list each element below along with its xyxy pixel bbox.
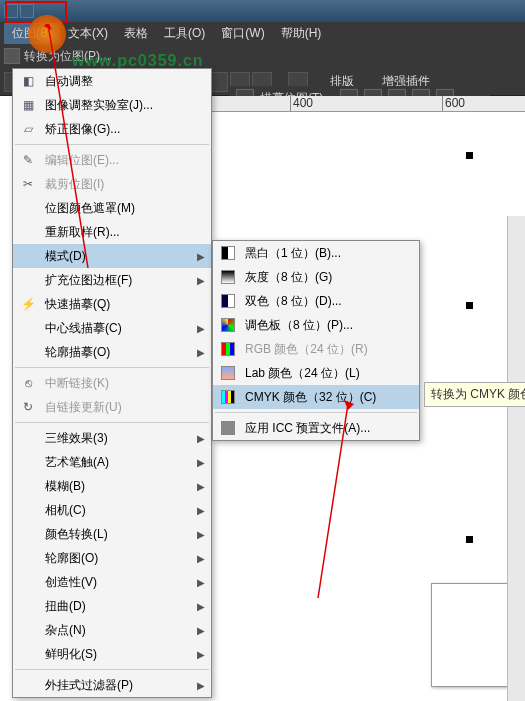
menu-item[interactable]: 模糊(B)▶: [13, 474, 211, 498]
menu-item-label: 快速描摹(Q): [45, 296, 110, 313]
menu-item-label: 编辑位图(E)...: [45, 152, 119, 169]
menu-item[interactable]: 模式(D)▶: [13, 244, 211, 268]
menu-item-label: 三维效果(3): [45, 430, 108, 447]
submenu-item[interactable]: 调色板（8 位）(P)...: [213, 313, 419, 337]
menu-item: ⎋中断链接(K): [13, 371, 211, 395]
menu-item-label: 模式(D): [45, 248, 86, 265]
menu-text[interactable]: 文本(X): [60, 23, 116, 44]
menu-item-label: 模糊(B): [45, 478, 85, 495]
submenu-item-label: CMYK 颜色（32 位）(C): [245, 389, 376, 406]
menu-item[interactable]: 艺术笔触(A)▶: [13, 450, 211, 474]
menu-table[interactable]: 表格: [116, 23, 156, 44]
submenu-item-label: 应用 ICC 预置文件(A)...: [245, 420, 370, 437]
submenu-item-label: 灰度（8 位）(G): [245, 269, 332, 286]
menu-item[interactable]: 轮廓描摹(O)▶: [13, 340, 211, 364]
watermark-logo-icon: [28, 15, 66, 53]
title-bar: [0, 0, 525, 22]
selection-handle[interactable]: [466, 536, 473, 543]
menu-item[interactable]: ⚡快速描摹(Q): [13, 292, 211, 316]
menu-item: ✂裁剪位图(I): [13, 172, 211, 196]
bitmap-menu: ◧自动调整▦图像调整实验室(J)...▱矫正图像(G)...✎编辑位图(E)..…: [12, 68, 212, 698]
menu-item-label: 中心线描摹(C): [45, 320, 122, 337]
menu-item[interactable]: 鲜明化(S)▶: [13, 642, 211, 666]
menu-item[interactable]: ◧自动调整: [13, 69, 211, 93]
menu-item-label: 轮廓描摹(O): [45, 344, 110, 361]
convert-bitmap-icon[interactable]: [4, 48, 20, 64]
menu-item-label: 扩充位图边框(F): [45, 272, 132, 289]
menu-item-label: 重新取样(R)...: [45, 224, 120, 241]
menu-item-label: 鲜明化(S): [45, 646, 97, 663]
selection-handle[interactable]: [466, 302, 473, 309]
menu-tools[interactable]: 工具(O): [156, 23, 213, 44]
submenu-item-label: 调色板（8 位）(P)...: [245, 317, 353, 334]
menu-item-label: 裁剪位图(I): [45, 176, 104, 193]
page-preview: [431, 583, 511, 687]
submenu-item[interactable]: 灰度（8 位）(G): [213, 265, 419, 289]
mode-submenu: 黑白（1 位）(B)...灰度（8 位）(G)双色（8 位）(D)...调色板（…: [212, 240, 420, 441]
submenu-item[interactable]: 黑白（1 位）(B)...: [213, 241, 419, 265]
submenu-item-label: 黑白（1 位）(B)...: [245, 245, 341, 262]
menu-item-label: 外挂式过滤器(P): [45, 677, 133, 694]
submenu-item[interactable]: Lab 颜色（24 位）(L): [213, 361, 419, 385]
tooltip: 转换为 CMYK 颜色: [424, 382, 525, 407]
menu-item[interactable]: 扭曲(D)▶: [13, 594, 211, 618]
menu-item[interactable]: 杂点(N)▶: [13, 618, 211, 642]
menu-bar: 位图(B) 文本(X) 表格 工具(O) 窗口(W) 帮助(H): [0, 22, 525, 44]
menu-help[interactable]: 帮助(H): [273, 23, 330, 44]
menu-item[interactable]: 颜色转换(L)▶: [13, 522, 211, 546]
menu-item-label: 图像调整实验室(J)...: [45, 97, 153, 114]
menu-item[interactable]: 外挂式过滤器(P)▶: [13, 673, 211, 697]
menu-item[interactable]: 位图颜色遮罩(M): [13, 196, 211, 220]
menu-item-label: 杂点(N): [45, 622, 86, 639]
menu-item-label: 扭曲(D): [45, 598, 86, 615]
menu-item-label: 颜色转换(L): [45, 526, 108, 543]
submenu-item[interactable]: 双色（8 位）(D)...: [213, 289, 419, 313]
menu-item-label: 艺术笔触(A): [45, 454, 109, 471]
sys-button[interactable]: [4, 4, 18, 18]
menu-item-label: 中断链接(K): [45, 375, 109, 392]
menu-item-label: 矫正图像(G)...: [45, 121, 120, 138]
menu-item: ↻自链接更新(U): [13, 395, 211, 419]
submenu-item: RGB 颜色（24 位）(R): [213, 337, 419, 361]
menu-item[interactable]: 相机(C)▶: [13, 498, 211, 522]
menu-item[interactable]: 重新取样(R)...: [13, 220, 211, 244]
menu-item[interactable]: ▦图像调整实验室(J)...: [13, 93, 211, 117]
menu-item[interactable]: 创造性(V)▶: [13, 570, 211, 594]
menu-item-label: 创造性(V): [45, 574, 97, 591]
selection-handle[interactable]: [466, 152, 473, 159]
menu-item[interactable]: ▱矫正图像(G)...: [13, 117, 211, 141]
menu-item[interactable]: 扩充位图边框(F)▶: [13, 268, 211, 292]
menu-item-label: 自动调整: [45, 73, 93, 90]
menu-item-label: 相机(C): [45, 502, 86, 519]
menu-item: ✎编辑位图(E)...: [13, 148, 211, 172]
menu-item-label: 轮廓图(O): [45, 550, 98, 567]
menu-item[interactable]: 轮廓图(O)▶: [13, 546, 211, 570]
submenu-item[interactable]: 应用 ICC 预置文件(A)...: [213, 416, 419, 440]
ruler-tick: 600: [442, 96, 465, 111]
menu-item[interactable]: 中心线描摹(C)▶: [13, 316, 211, 340]
ruler-tick: 400: [290, 96, 313, 111]
submenu-item-label: 双色（8 位）(D)...: [245, 293, 342, 310]
menu-item-label: 自链接更新(U): [45, 399, 122, 416]
sys-button[interactable]: [20, 4, 34, 18]
submenu-item-label: RGB 颜色（24 位）(R): [245, 341, 368, 358]
menu-item[interactable]: 三维效果(3)▶: [13, 426, 211, 450]
submenu-item[interactable]: CMYK 颜色（32 位）(C): [213, 385, 419, 409]
menu-item-label: 位图颜色遮罩(M): [45, 200, 135, 217]
color-palette[interactable]: [507, 216, 525, 701]
menu-window[interactable]: 窗口(W): [213, 23, 272, 44]
submenu-item-label: Lab 颜色（24 位）(L): [245, 365, 360, 382]
